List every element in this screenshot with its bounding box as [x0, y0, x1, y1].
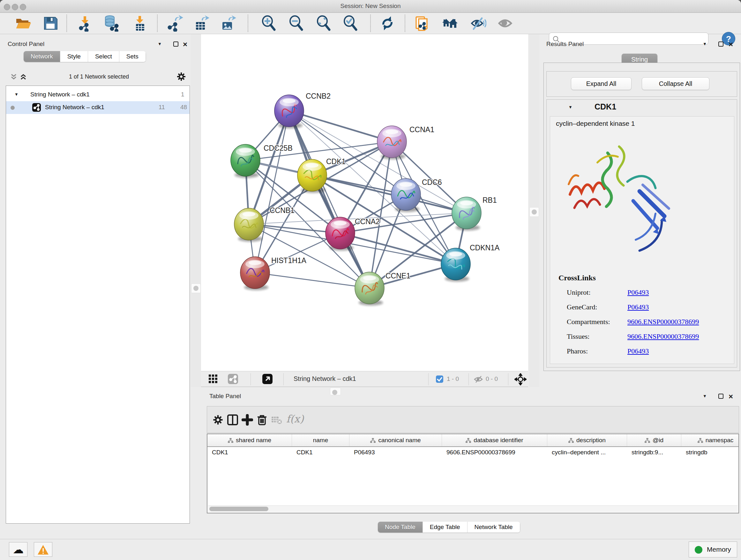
collection-caret-icon[interactable]: ▼	[14, 92, 18, 97]
network-node-CCNB1[interactable]	[234, 208, 264, 242]
apply-layout-refresh-button[interactable]	[379, 15, 396, 32]
table-panel-float-icon[interactable]	[718, 394, 724, 399]
network-node-HIST1H1A[interactable]	[240, 257, 270, 290]
pan-crosshair-icon[interactable]	[515, 373, 527, 387]
control-panel-float-icon[interactable]	[173, 42, 179, 47]
network-edge-hist1h1a-ccne1[interactable]	[255, 273, 369, 288]
expand-all-button[interactable]: Expand All	[571, 77, 631, 90]
show-columns-icon[interactable]	[227, 414, 239, 426]
column-header-database-identifier[interactable]: database identifier	[442, 434, 547, 446]
crosslink-link[interactable]: 9606.ENSP00000378699	[627, 318, 699, 326]
table-horizontal-scrollbar[interactable]	[208, 505, 738, 512]
network-node-CCNA1[interactable]	[377, 126, 407, 159]
expand-all-tree-icon[interactable]	[19, 73, 27, 82]
network-canvas[interactable]: CCNB2CCNA1CDC25BCDK1CDC6RB1CCNB1CCNA2CDK…	[201, 34, 528, 371]
network-node-CCNE1[interactable]	[355, 272, 384, 306]
collapse-all-tree-icon[interactable]	[10, 73, 18, 82]
bottom-splitter-handle[interactable]	[330, 388, 341, 395]
table-cell[interactable]: stringdb	[681, 447, 739, 458]
import-network-from-file-button[interactable]	[77, 15, 93, 32]
delete-column-trash-icon[interactable]	[256, 414, 268, 426]
open-session-button[interactable]	[15, 15, 31, 32]
show-eye-button[interactable]	[497, 15, 514, 32]
network-edge-cdk1-rb1[interactable]	[312, 175, 467, 213]
network-graph[interactable]: CCNB2CCNA1CDC25BCDK1CDC6RB1CCNB1CCNA2CDK…	[201, 34, 528, 371]
results-panel-close-icon[interactable]: ×	[729, 42, 733, 47]
tab-network-table[interactable]: Network Table	[468, 522, 520, 533]
protein-card-caret-icon[interactable]: ▼	[568, 105, 572, 110]
network-edge-ccna2-cdkn1a[interactable]	[340, 233, 456, 264]
warnings-button[interactable]	[34, 542, 52, 557]
network-options-gear-icon[interactable]	[176, 71, 186, 83]
export-table-button[interactable]	[193, 15, 209, 32]
collapse-all-button[interactable]: Collapse All	[642, 77, 710, 90]
export-network-button[interactable]	[166, 15, 183, 32]
control-panel-close-icon[interactable]: ×	[183, 42, 187, 47]
export-image-button[interactable]	[219, 15, 236, 32]
create-column-plus-icon[interactable]	[242, 414, 253, 426]
string-home-button[interactable]	[441, 15, 458, 32]
tab-edge-table[interactable]: Edge Table	[423, 522, 468, 533]
hide-panel-eye-button[interactable]	[470, 15, 486, 32]
network-edge-ccnb2-ccna1[interactable]	[289, 111, 392, 142]
tab-style[interactable]: Style	[60, 51, 88, 62]
table-settings-gear-icon[interactable]	[212, 414, 224, 426]
import-network-from-database-button[interactable]	[103, 15, 119, 32]
network-node-CDK1[interactable]	[297, 159, 327, 193]
network-row[interactable]: String Network – cdk1 11 48	[6, 101, 190, 114]
network-node-CDC25B[interactable]	[231, 144, 260, 178]
import-table-from-file-button[interactable]	[131, 15, 148, 32]
scrollbar-thumb[interactable]	[209, 507, 268, 511]
selected-checkbox-icon[interactable]	[436, 375, 443, 384]
column-header-shared-name[interactable]: shared name	[207, 434, 292, 446]
function-builder-icon[interactable]: f(x)	[286, 413, 304, 425]
network-view-icon[interactable]	[228, 374, 238, 385]
table-cell[interactable]: CDK1	[292, 447, 349, 458]
birds-eye-view-icon[interactable]	[262, 374, 273, 385]
save-session-button[interactable]	[42, 15, 59, 32]
delete-table-icon[interactable]	[271, 414, 282, 426]
column-header-name[interactable]: name	[292, 434, 349, 446]
network-node-CDKN1A[interactable]	[441, 248, 470, 282]
left-splitter[interactable]	[191, 34, 201, 387]
zoom-in-button[interactable]	[260, 15, 277, 32]
crosslink-link[interactable]: P06493	[627, 288, 649, 297]
control-panel-menu-caret-icon[interactable]: ▼	[158, 42, 162, 46]
column-header-label: canonical name	[378, 437, 421, 444]
table-cell[interactable]: stringdb:9...	[627, 447, 681, 458]
table-panel-menu-caret-icon[interactable]: ▼	[703, 394, 707, 398]
clone-network-button[interactable]	[414, 15, 430, 32]
toolbar-separator	[405, 15, 405, 32]
network-node-RB1[interactable]	[452, 197, 481, 231]
network-collection-row[interactable]: ▼ String Network – cdk1 1	[6, 88, 190, 101]
table-cell[interactable]: cyclin–dependent ...	[547, 447, 627, 458]
column-header-description[interactable]: description	[547, 434, 627, 446]
crosslink-link[interactable]: P06493	[627, 303, 649, 311]
column-header-canonical-name[interactable]: canonical name	[349, 434, 442, 446]
right-splitter-handle[interactable]	[529, 207, 539, 217]
tab-node-table[interactable]: Node Table	[378, 522, 423, 533]
crosslink-link[interactable]: P06493	[627, 347, 649, 355]
zoom-out-button[interactable]	[288, 15, 305, 32]
selected-count-badge: 1 - 0	[447, 375, 459, 382]
column-header-@id[interactable]: @id	[627, 434, 681, 446]
column-header-namespac[interactable]: namespac	[681, 434, 739, 446]
tab-sets[interactable]: Sets	[119, 51, 146, 62]
cloud-status-button[interactable]: ☁	[9, 542, 27, 557]
grid-view-icon[interactable]	[209, 374, 218, 385]
table-cell[interactable]: P06493	[349, 447, 442, 458]
network-node-CDC6[interactable]	[391, 179, 421, 212]
tab-network[interactable]: Network	[23, 51, 60, 62]
zoom-fit-button[interactable]	[315, 15, 332, 32]
table-panel-close-icon[interactable]: ×	[729, 394, 733, 399]
tab-select[interactable]: Select	[88, 51, 119, 62]
memory-button[interactable]: Memory	[689, 542, 737, 557]
table-cell[interactable]: CDK1	[207, 447, 292, 458]
collection-count: 1	[181, 91, 185, 98]
results-panel-float-icon[interactable]	[718, 42, 724, 47]
zoom-selected-button[interactable]	[342, 15, 359, 32]
table-cell[interactable]: 9606.ENSP00000378699	[442, 447, 547, 458]
crosslink-link[interactable]: 9606.ENSP00000378699	[627, 332, 699, 341]
left-splitter-handle[interactable]	[191, 284, 201, 293]
results-panel-menu-caret-icon[interactable]: ▼	[703, 42, 707, 46]
